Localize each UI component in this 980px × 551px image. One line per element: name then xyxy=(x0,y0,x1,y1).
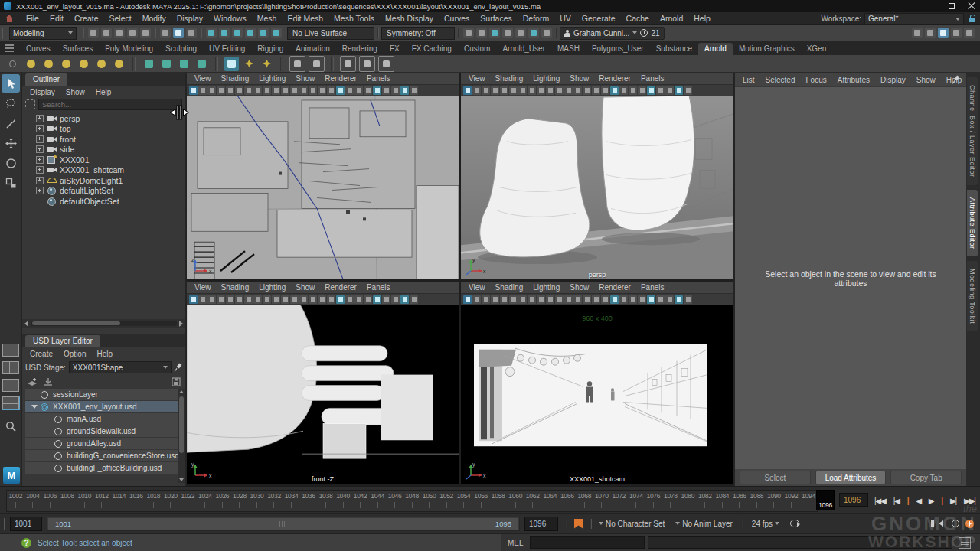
outliner-item[interactable]: defaultLightSet xyxy=(22,186,185,197)
multisample-aa-icon[interactable] xyxy=(675,86,683,95)
viewport-menu-item[interactable]: Lighting xyxy=(259,74,286,83)
timeline-tick[interactable]: 1030 xyxy=(248,491,266,511)
layer-state-icon[interactable] xyxy=(54,428,62,435)
snap-projected-center-icon[interactable] xyxy=(245,28,256,38)
timeline-tick[interactable]: 1082 xyxy=(697,491,714,511)
usd-layer-row[interactable]: XXX001_env_layout.usd xyxy=(25,401,182,412)
motion-blur-icon[interactable] xyxy=(391,86,400,95)
outliner-menu-item[interactable]: Help xyxy=(96,88,112,96)
menu-item[interactable]: Mesh Tools xyxy=(328,14,380,23)
layer-state-icon[interactable] xyxy=(54,416,62,423)
attribute-editor-menu-item[interactable]: Display xyxy=(880,76,906,84)
screen-space-ao-icon[interactable] xyxy=(656,295,665,304)
play-backwards-button[interactable]: ◀ xyxy=(914,495,923,507)
shelf-tab[interactable]: Arnold xyxy=(698,43,733,55)
viewport-menu-item[interactable]: View xyxy=(194,283,211,292)
usd-menu-item[interactable]: Option xyxy=(64,350,86,358)
frame-selected-icon[interactable] xyxy=(318,86,326,95)
frame-selected-icon[interactable] xyxy=(318,295,326,304)
layout-two-pane-button[interactable] xyxy=(2,361,19,374)
separator[interactable] xyxy=(554,28,558,39)
viewport-front[interactable]: ViewShadingLightingShowRendererPanels xyxy=(187,282,459,484)
timeline-tick[interactable]: 1092 xyxy=(782,491,800,511)
lock-camera-icon[interactable] xyxy=(207,86,216,95)
frame-all-icon[interactable] xyxy=(309,86,317,95)
anim-layer-dropdown[interactable]: No Anim Layer xyxy=(675,520,733,528)
playblast-icon[interactable] xyxy=(463,28,474,38)
current-frame-indicator[interactable]: 1096 xyxy=(816,490,835,510)
new-layer-icon[interactable] xyxy=(27,377,38,386)
use-default-material-icon[interactable] xyxy=(354,295,363,304)
field-chart-icon[interactable] xyxy=(555,295,564,304)
usd-layer-row[interactable]: manA.usd xyxy=(25,413,182,425)
open-scene-icon[interactable] xyxy=(101,28,112,38)
timeline-tick[interactable]: 1032 xyxy=(266,491,283,511)
current-time-field[interactable]: 1096 xyxy=(839,493,868,507)
animation-start-field[interactable]: 1001 xyxy=(10,517,42,531)
select-camera-icon[interactable] xyxy=(198,86,207,95)
safe-title-icon[interactable] xyxy=(573,295,582,304)
shelf-tab[interactable]: Motion Graphics xyxy=(733,43,801,55)
image-plane-icon[interactable] xyxy=(491,295,499,304)
menu-item[interactable]: Curves xyxy=(439,14,475,23)
hypershade-icon[interactable] xyxy=(489,28,500,38)
shelf-tab[interactable]: FX xyxy=(384,43,406,55)
expand-plus-icon[interactable] xyxy=(36,187,44,194)
attribute-editor-menu-item[interactable]: Focus xyxy=(805,76,826,84)
attribute-editor-menu-item[interactable]: Show xyxy=(916,76,936,84)
viewport-menu-item[interactable]: Panels xyxy=(641,74,665,83)
go-to-end-button[interactable]: ▶▶| xyxy=(962,495,977,507)
select-object-icon[interactable] xyxy=(173,28,184,38)
xray-icon[interactable] xyxy=(684,295,692,304)
playback-loop-icon[interactable] xyxy=(790,520,799,527)
load-layer-icon[interactable] xyxy=(44,377,53,386)
outliner-menu-item[interactable]: Show xyxy=(66,88,85,96)
arnold-flush-cache-icon[interactable] xyxy=(260,57,274,71)
timeline-tick[interactable]: 1068 xyxy=(576,491,593,511)
sidebar-tab[interactable]: Modeling Toolkit xyxy=(967,261,978,331)
arnold-bake-icon[interactable] xyxy=(309,56,325,72)
audio-mute-icon[interactable] xyxy=(939,520,943,527)
auto-keyframe-icon[interactable] xyxy=(965,520,974,528)
attribute-editor-menu-item[interactable]: Selected xyxy=(766,76,795,84)
viewport-menu-item[interactable]: View xyxy=(194,74,211,83)
renderer-badge-icon[interactable] xyxy=(189,295,198,304)
xray-icon[interactable] xyxy=(684,86,692,95)
resolution-gate-icon[interactable] xyxy=(263,86,271,95)
shelf-separator[interactable] xyxy=(331,57,334,71)
bookmark-icon[interactable] xyxy=(500,295,508,304)
viewport-canvas-top[interactable]: x z xyxy=(187,96,459,279)
range-slider-track[interactable]: 1001 1096 xyxy=(47,517,520,531)
arnold-standin-icon[interactable] xyxy=(142,57,156,71)
separator[interactable] xyxy=(456,28,460,39)
timeline-tick[interactable]: 1056 xyxy=(472,491,490,511)
timeline-tick[interactable]: 1018 xyxy=(145,491,162,511)
timeline-tick[interactable]: 1042 xyxy=(351,491,369,511)
attribute-editor-button[interactable]: Load Attributes xyxy=(815,471,887,484)
viewport-shotcam[interactable]: ViewShadingLightingShowRendererPanels xyxy=(461,282,733,484)
arnold-tx-manager-icon[interactable] xyxy=(242,57,256,71)
viewport-menu-item[interactable]: Renderer xyxy=(325,74,357,83)
timeline-tick[interactable]: 1002 xyxy=(7,491,24,511)
expand-plus-icon[interactable] xyxy=(36,135,44,143)
resolution-gate-icon[interactable] xyxy=(263,295,271,304)
workspace-lock-icon[interactable] xyxy=(969,15,975,23)
grease-pencil-icon[interactable] xyxy=(509,295,518,304)
symmetry-field[interactable]: Symmetry: Off xyxy=(381,27,455,40)
timeline-tick[interactable]: 1036 xyxy=(300,491,318,511)
usd-menu-item[interactable]: Create xyxy=(30,350,53,358)
safe-title-icon[interactable] xyxy=(299,295,308,304)
arnold-photometric-light-icon[interactable] xyxy=(94,57,109,71)
arnold-render-settings-icon[interactable] xyxy=(359,56,375,72)
lock-camera-icon[interactable] xyxy=(207,295,216,304)
outliner-horizontal-scrollbar[interactable] xyxy=(22,319,185,328)
film-gate-icon[interactable] xyxy=(253,295,262,304)
bookmark-keyframe-icon[interactable] xyxy=(574,519,583,529)
motion-blur-icon[interactable] xyxy=(665,295,674,304)
timeline-tick[interactable]: 1086 xyxy=(731,491,749,511)
separator[interactable] xyxy=(81,28,85,39)
timeline-tick[interactable]: 1040 xyxy=(335,491,352,511)
redo-icon[interactable] xyxy=(140,28,151,38)
viewport-menu-item[interactable]: Panels xyxy=(367,283,390,292)
sidebar-tab[interactable]: Channel Box / Layer Editor xyxy=(967,77,978,185)
